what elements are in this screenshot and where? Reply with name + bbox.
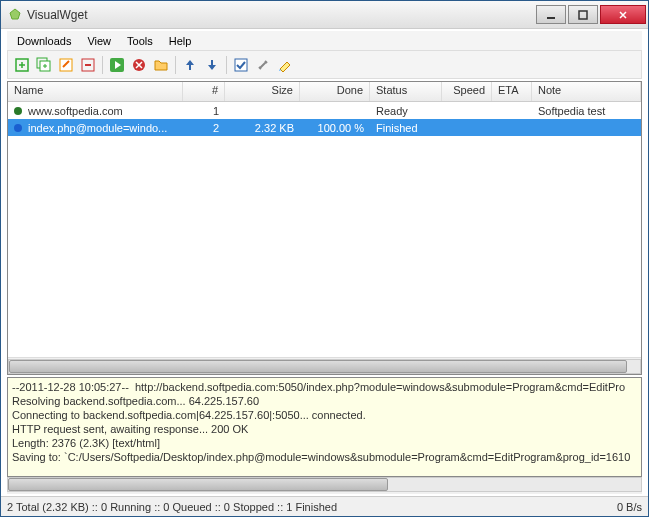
list-body[interactable]: www.softpedia.com1ReadySoftpedia testind… (8, 102, 641, 357)
row-eta (492, 109, 532, 113)
col-header-name[interactable]: Name (8, 82, 183, 101)
downloads-list: Name # Size Done Status Speed ETA Note w… (7, 81, 642, 375)
start-button[interactable] (107, 55, 127, 75)
row-speed (442, 126, 492, 130)
svg-rect-1 (579, 11, 587, 19)
row-name: index.php@module=windo... (28, 122, 167, 134)
close-button[interactable] (600, 5, 646, 24)
row-speed (442, 109, 492, 113)
app-window: VisualWget Downloads View Tools Help Nam… (0, 0, 649, 517)
scroll-thumb[interactable] (9, 360, 627, 373)
status-dot-icon (12, 105, 24, 117)
row-note: Softpedia test (532, 103, 641, 119)
move-down-button[interactable] (202, 55, 222, 75)
menu-downloads[interactable]: Downloads (9, 33, 79, 49)
row-size (225, 109, 300, 113)
statusbar: 2 Total (2.32 KB) :: 0 Running :: 0 Queu… (1, 496, 648, 516)
row-num: 2 (183, 120, 225, 136)
move-up-button[interactable] (180, 55, 200, 75)
row-size: 2.32 KB (225, 120, 300, 136)
status-speed: 0 B/s (617, 501, 642, 513)
scroll-thumb[interactable] (8, 478, 388, 491)
toolbar (7, 51, 642, 79)
col-header-num[interactable]: # (183, 82, 225, 101)
new-download-button[interactable] (12, 55, 32, 75)
col-header-done[interactable]: Done (300, 82, 370, 101)
stop-button[interactable] (129, 55, 149, 75)
row-status: Ready (370, 103, 442, 119)
settings-button[interactable] (253, 55, 273, 75)
menu-tools[interactable]: Tools (119, 33, 161, 49)
menubar: Downloads View Tools Help (7, 31, 642, 51)
col-header-size[interactable]: Size (225, 82, 300, 101)
row-note (532, 126, 641, 130)
minimize-button[interactable] (536, 5, 566, 24)
row-status: Finished (370, 120, 442, 136)
row-name: www.softpedia.com (28, 105, 123, 117)
col-header-note[interactable]: Note (532, 82, 641, 101)
open-folder-button[interactable] (151, 55, 171, 75)
svg-point-10 (14, 107, 22, 115)
row-num: 1 (183, 103, 225, 119)
list-header: Name # Size Done Status Speed ETA Note (8, 82, 641, 102)
remove-button[interactable] (78, 55, 98, 75)
edit-button[interactable] (56, 55, 76, 75)
svg-point-11 (14, 124, 22, 132)
window-title: VisualWget (27, 8, 536, 22)
log-hscrollbar[interactable] (7, 477, 642, 494)
table-row[interactable]: www.softpedia.com1ReadySoftpedia test (8, 102, 641, 119)
maximize-button[interactable] (568, 5, 598, 24)
row-eta (492, 126, 532, 130)
add-multi-button[interactable] (34, 55, 54, 75)
table-row[interactable]: index.php@module=windo...22.32 KB100.00 … (8, 119, 641, 136)
col-header-status[interactable]: Status (370, 82, 442, 101)
row-done (300, 109, 370, 113)
menu-view[interactable]: View (79, 33, 119, 49)
check-button[interactable] (231, 55, 251, 75)
row-done: 100.00 % (300, 120, 370, 136)
menu-help[interactable]: Help (161, 33, 200, 49)
titlebar[interactable]: VisualWget (1, 1, 648, 29)
svg-rect-9 (235, 59, 247, 71)
status-dot-icon (12, 122, 24, 134)
list-hscrollbar[interactable] (8, 357, 641, 374)
app-icon (7, 7, 23, 23)
col-header-speed[interactable]: Speed (442, 82, 492, 101)
col-header-eta[interactable]: ETA (492, 82, 532, 101)
clear-button[interactable] (275, 55, 295, 75)
svg-rect-0 (547, 17, 555, 19)
log-output[interactable]: --2011-12-28 10:05:27-- http://backend.s… (7, 377, 642, 477)
status-summary: 2 Total (2.32 KB) :: 0 Running :: 0 Queu… (7, 501, 617, 513)
